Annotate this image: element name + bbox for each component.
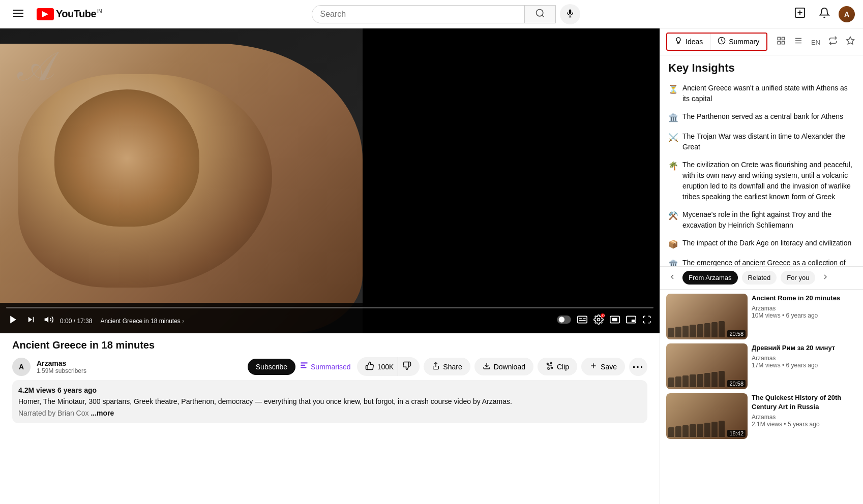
- insight-emoji: ⚔️: [668, 132, 678, 144]
- rec-info: The Quickest History of 20th Century Art…: [752, 393, 857, 439]
- rec-next-button[interactable]: [819, 271, 831, 285]
- create-icon: [794, 7, 806, 21]
- like-button[interactable]: 100K: [357, 357, 399, 376]
- rec-title: The Quickest History of 20th Century Art…: [752, 393, 857, 412]
- rec-tab-for-you[interactable]: For you: [781, 271, 815, 285]
- figure-3: [690, 424, 696, 436]
- figure-1: [675, 327, 681, 337]
- search-input[interactable]: [312, 6, 524, 23]
- volume-button[interactable]: [42, 312, 56, 329]
- ideas-tab[interactable]: Ideas: [667, 34, 710, 50]
- video-thumbnail: 𝒜: [0, 28, 363, 333]
- insight-emoji: 🏛️: [668, 112, 678, 124]
- insight-item: 🏛️ The Parthenon served as a central ban…: [668, 111, 855, 124]
- rec-tab-related[interactable]: Related: [742, 271, 777, 285]
- channel-info: Arzamas 1.59M subscribers: [37, 359, 242, 374]
- figure-6: [711, 422, 718, 437]
- figure-4: [697, 324, 703, 337]
- dislike-button[interactable]: [398, 357, 420, 376]
- hamburger-icon: [13, 9, 23, 19]
- notifications-button[interactable]: [814, 4, 835, 24]
- rec-tab-from-arzamas[interactable]: From Arzamas: [682, 271, 738, 285]
- more-link[interactable]: ...more: [91, 409, 114, 417]
- save-button[interactable]: Save: [581, 358, 625, 375]
- video-title-display: Ancient Greece in 18 minutes ›: [100, 318, 551, 325]
- more-options-button[interactable]: ···: [629, 358, 647, 376]
- insight-emoji: 🏛️: [668, 258, 678, 267]
- create-button[interactable]: [790, 4, 810, 24]
- insight-emoji: ⏳: [668, 83, 678, 96]
- download-icon: [483, 362, 491, 371]
- summary-tab[interactable]: Summary: [710, 34, 766, 50]
- clip-button[interactable]: Clip: [538, 358, 577, 375]
- tab-extra-icons: EN: [775, 34, 857, 50]
- download-button[interactable]: Download: [474, 358, 533, 375]
- rec-title: Ancient Rome in 20 minutes: [752, 294, 857, 303]
- list-view-button[interactable]: [792, 34, 805, 50]
- play-button[interactable]: [6, 312, 20, 329]
- search-button[interactable]: [524, 6, 555, 23]
- svg-point-19: [598, 319, 600, 321]
- insight-item: ⚒️ Mycenae's role in the fight against T…: [668, 209, 855, 231]
- svg-rect-21: [612, 318, 617, 322]
- settings-button[interactable]: HD: [591, 312, 606, 329]
- figure-2: [682, 326, 689, 337]
- language-button[interactable]: EN: [809, 35, 822, 49]
- video-title: Ancient Greece in 18 minutes: [12, 339, 647, 351]
- insight-text: Ancient Greece wasn't a unified state wi…: [682, 83, 855, 104]
- header-left: YouTubeIN: [8, 4, 102, 24]
- rec-list: 20:58 Ancient Rome in 20 minutes Arzamas…: [660, 290, 863, 443]
- rec-item[interactable]: 20:58 Древний Рим за 20 минут Arzamas 17…: [666, 343, 857, 389]
- rec-item[interactable]: 18:42 The Quickest History of 20th Centu…: [666, 393, 857, 439]
- subtitles-button[interactable]: [575, 313, 589, 328]
- figure-1: [675, 426, 681, 436]
- autoplay-toggle[interactable]: [555, 313, 573, 328]
- summarised-button[interactable]: Summarised: [300, 361, 351, 372]
- fullscreen-button[interactable]: [640, 313, 653, 329]
- svg-rect-24: [301, 362, 308, 363]
- avatar[interactable]: A: [839, 6, 855, 22]
- video-stats: 4.2M views 6 years ago: [18, 386, 641, 394]
- insight-item: ⚔️ The Trojan War was distant in time to…: [668, 131, 855, 152]
- progress-bar[interactable]: [6, 307, 653, 308]
- insights-tabs: Ideas Summary: [660, 28, 863, 55]
- bookmark-button[interactable]: [844, 34, 857, 50]
- voice-search-button[interactable]: [560, 4, 580, 24]
- subscribe-button[interactable]: Subscribe: [248, 359, 295, 375]
- insight-text: The impact of the Dark Age on literacy a…: [682, 238, 851, 248]
- clip-label: Clip: [557, 363, 569, 371]
- rec-meta: 17M views • 6 years ago: [752, 362, 857, 369]
- next-button[interactable]: [24, 313, 38, 329]
- header-right: A: [790, 4, 855, 24]
- rec-meta: 10M views • 6 years ago: [752, 312, 857, 319]
- svg-rect-5: [569, 9, 571, 14]
- youtube-logo[interactable]: YouTubeIN: [37, 8, 102, 20]
- svg-point-3: [536, 9, 543, 16]
- controls-row: 0:00 / 17:38 Ancient Greece in 18 minute…: [6, 312, 653, 329]
- ideas-tab-label: Ideas: [686, 38, 703, 46]
- rec-duration: 18:42: [727, 430, 746, 437]
- svg-rect-26: [301, 367, 306, 368]
- hamburger-menu-button[interactable]: [8, 4, 28, 24]
- video-dark-area: [363, 28, 660, 333]
- loop-button[interactable]: [826, 34, 840, 50]
- settings-hd-badge: HD: [601, 313, 605, 318]
- theater-mode-button[interactable]: [608, 313, 622, 328]
- video-info: Ancient Greece in 18 minutes A Arzamas 1…: [0, 333, 660, 429]
- clock-tab-icon: [718, 37, 726, 47]
- svg-rect-32: [782, 37, 784, 40]
- insight-text: The Trojan War was distant in time to Al…: [682, 131, 855, 152]
- figure-7: [719, 371, 725, 387]
- share-button[interactable]: Share: [424, 358, 470, 375]
- channel-subscribers: 1.59M subscribers: [37, 367, 242, 374]
- rec-item[interactable]: 20:58 Ancient Rome in 20 minutes Arzamas…: [666, 294, 857, 339]
- video-player[interactable]: 𝒜: [0, 28, 660, 333]
- figure-2: [682, 375, 689, 387]
- figure-3: [690, 374, 696, 387]
- channel-avatar[interactable]: A: [12, 358, 31, 376]
- rec-channel: Arzamas: [752, 305, 857, 312]
- svg-marker-9: [10, 316, 16, 324]
- miniplayer-button[interactable]: [624, 313, 638, 328]
- rec-prev-button[interactable]: [666, 271, 678, 285]
- layout-toggle-button[interactable]: [775, 34, 788, 50]
